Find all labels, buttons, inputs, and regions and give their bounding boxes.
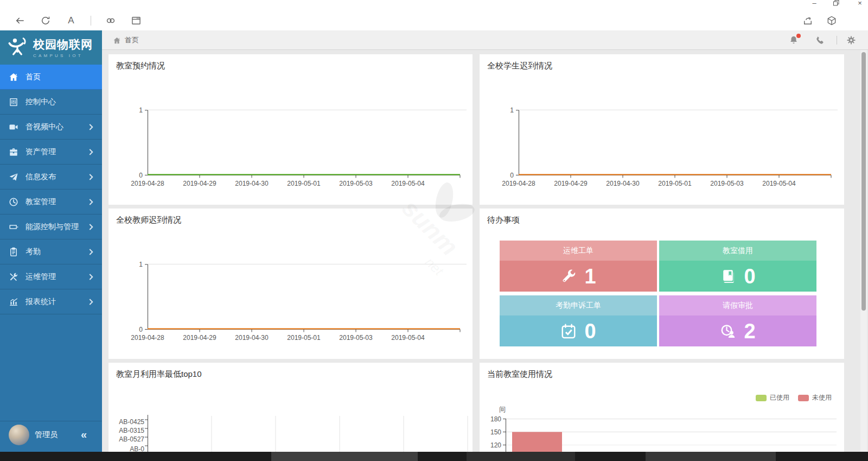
logo-icon — [5, 36, 29, 60]
svg-text:180: 180 — [490, 415, 501, 423]
svg-text:0: 0 — [510, 172, 514, 179]
link-button[interactable] — [105, 15, 117, 27]
sidebar-item-label: 报表统计 — [25, 297, 56, 307]
usage-chart: 间180150120 — [480, 363, 844, 452]
todo-card-classroom-borrow[interactable]: 教室借用0 — [659, 241, 816, 292]
panel-student-late: 全校学生迟到情况 102019-04-282019-04-292019-04-3… — [480, 54, 844, 205]
chevron-right-icon — [87, 299, 93, 305]
sidebar-item-ops-management[interactable]: 运维管理 — [0, 264, 102, 289]
cube-icon — [826, 15, 837, 26]
svg-text:2019-05-03: 2019-05-03 — [710, 180, 744, 187]
panel-reservation: 教室预约情况 102019-04-282019-04-292019-04-302… — [108, 54, 473, 205]
clock-person-icon — [720, 323, 736, 339]
chevron-right-icon — [87, 199, 93, 205]
reports-icon — [9, 297, 18, 307]
sidebar-item-label: 首页 — [25, 72, 41, 82]
logo-subtitle: CAMPUS IOT — [33, 53, 93, 58]
chevron-right-icon — [87, 224, 93, 230]
chevron-right-icon — [87, 124, 93, 130]
breadcrumb-label: 首页 — [125, 35, 139, 45]
svg-text:150: 150 — [490, 428, 501, 436]
sidebar-item-asset-management[interactable]: 资产管理 — [0, 140, 102, 165]
scrollbar-thumb[interactable] — [861, 52, 866, 311]
refresh-icon — [40, 15, 51, 26]
svg-text:2019-04-28: 2019-04-28 — [131, 334, 164, 342]
window-controls: – × — [810, 0, 864, 8]
teacher-late-chart: 102019-04-282019-04-292019-04-302019-05-… — [108, 209, 473, 359]
header-divider — [837, 36, 837, 45]
settings-button[interactable] — [846, 35, 856, 45]
todo-card-body: 1 — [500, 261, 657, 292]
svg-text:2019-05-01: 2019-05-01 — [658, 180, 692, 187]
extensions-button[interactable] — [826, 15, 838, 27]
svg-text:间: 间 — [499, 406, 506, 413]
sidebar-user-row: 管理员 « — [0, 421, 102, 448]
app-logo: 校园物联网 CAMPUS IOT — [0, 30, 102, 65]
taskbar — [0, 452, 868, 461]
book-icon — [720, 268, 736, 285]
attendance-icon — [9, 247, 18, 257]
todo-card-value: 1 — [584, 266, 596, 287]
font-size-button[interactable]: A — [65, 15, 77, 27]
share-button[interactable] — [802, 15, 814, 27]
back-arrow-icon — [15, 15, 25, 26]
scrollbar-track — [860, 50, 867, 452]
svg-text:AB-0315: AB-0315 — [119, 427, 144, 434]
sidebar-item-home[interactable]: 首页 — [0, 65, 102, 90]
sidebar-item-label: 音视频中心 — [25, 122, 63, 132]
link-icon — [105, 15, 116, 26]
sidebar-item-av-center[interactable]: 音视频中心 — [0, 115, 102, 140]
todo-cards: 运维工单1教室借用0考勤申诉工单0请假审批2 — [500, 241, 816, 346]
sidebar-item-report-statistics[interactable]: 报表统计 — [0, 289, 102, 314]
chevron-right-icon — [87, 274, 93, 280]
svg-text:2019-04-29: 2019-04-29 — [554, 180, 588, 187]
todo-card-body: 2 — [659, 315, 816, 346]
panel-teacher-late: 全校教师迟到情况 102019-04-282019-04-292019-04-3… — [108, 209, 473, 359]
restore-icon — [833, 0, 839, 6]
todo-card-body: 0 — [500, 315, 657, 346]
svg-text:2019-04-28: 2019-04-28 — [131, 180, 164, 187]
calendar-check-icon — [560, 323, 577, 339]
sidebar-collapse-button[interactable]: « — [81, 428, 93, 441]
phone-button[interactable] — [815, 35, 825, 45]
svg-text:2019-05-04: 2019-05-04 — [762, 180, 796, 187]
toolbar-right-group — [802, 15, 838, 27]
panel-top10: 教室月利用率最低top10 AB-0425AB-0315AB-0527AB-0 — [108, 363, 473, 452]
sidebar-item-label: 信息发布 — [25, 172, 56, 182]
svg-text:1: 1 — [510, 106, 514, 114]
chevron-right-icon — [87, 149, 93, 155]
back-button[interactable] — [14, 15, 26, 27]
sidebar-item-info-publish[interactable]: 信息发布 — [0, 165, 102, 190]
svg-text:2019-04-30: 2019-04-30 — [606, 180, 640, 187]
browser-window-icon — [131, 15, 142, 26]
window-close-button[interactable]: × — [856, 0, 864, 8]
window-minimize-button[interactable]: – — [810, 0, 818, 8]
window-panel-button[interactable] — [130, 15, 142, 27]
sidebar-item-control-center[interactable]: 控制中心 — [0, 90, 102, 115]
svg-text:2019-04-29: 2019-04-29 — [183, 180, 216, 187]
sidebar: 校园物联网 CAMPUS IOT 首页控制中心音视频中心资产管理信息发布教室管理… — [0, 30, 102, 452]
control-icon — [9, 97, 18, 107]
todo-card-ops-ticket[interactable]: 运维工单1 — [500, 241, 657, 292]
student-late-chart: 102019-04-282019-04-292019-04-302019-05-… — [480, 54, 844, 205]
breadcrumb[interactable]: 首页 — [113, 30, 139, 50]
todo-card-leave-approval[interactable]: 请假审批2 — [659, 295, 816, 346]
sidebar-item-energy-management[interactable]: 能源控制与管理 — [0, 214, 102, 239]
energy-icon — [9, 222, 18, 232]
panel-usage: 当前教室使用情况 已使用未使用 间180150120 — [480, 363, 844, 452]
svg-text:2019-04-30: 2019-04-30 — [235, 334, 269, 342]
browser-toolbar: – × A — [0, 0, 868, 30]
todo-card-attendance-appeal[interactable]: 考勤申诉工单0 — [500, 295, 657, 346]
notifications-button[interactable] — [789, 35, 799, 45]
sidebar-item-classroom-management[interactable]: 教室管理 — [0, 190, 102, 214]
phone-icon — [815, 35, 825, 45]
todo-card-value: 0 — [584, 321, 596, 342]
classroom-icon — [9, 197, 18, 207]
window-restore-button[interactable] — [833, 0, 841, 8]
sidebar-item-attendance[interactable]: 考勤 — [0, 239, 102, 264]
refresh-button[interactable] — [40, 15, 52, 27]
todo-card-label: 运维工单 — [500, 241, 657, 261]
wrench-icon — [560, 268, 577, 285]
sidebar-item-label: 教室管理 — [25, 197, 56, 207]
user-avatar[interactable] — [9, 425, 29, 445]
